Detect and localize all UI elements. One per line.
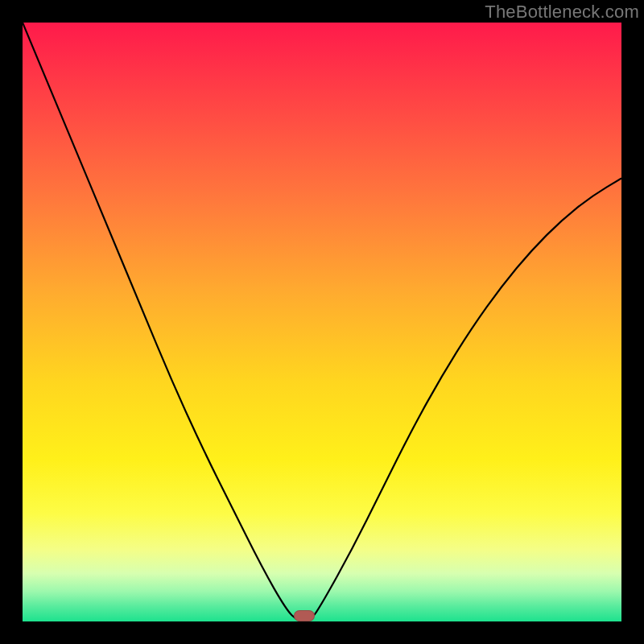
bottleneck-curve-path bbox=[23, 23, 621, 621]
optimal-point-marker bbox=[294, 610, 315, 621]
chart-curve bbox=[23, 23, 621, 621]
chart-plot-area bbox=[23, 23, 621, 621]
watermark-text: TheBottleneck.com bbox=[485, 2, 639, 23]
